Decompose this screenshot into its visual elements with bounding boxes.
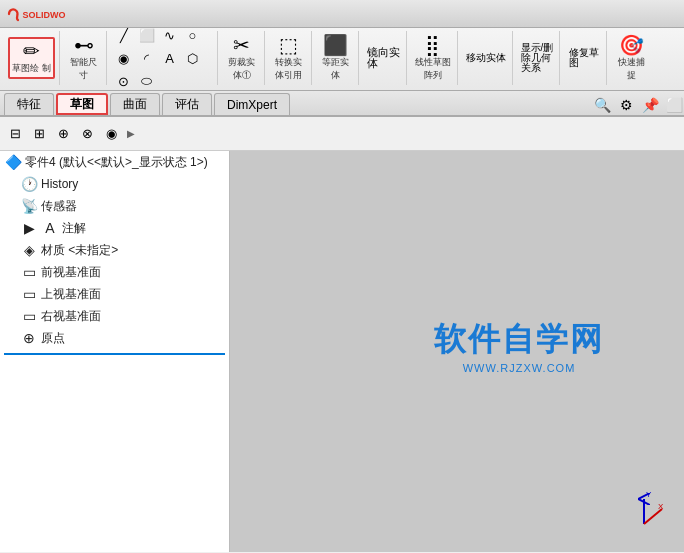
sec-btn4[interactable]: ⊗ <box>76 123 98 145</box>
tree-separator <box>4 353 225 355</box>
convert-button[interactable]: ⬚ 转换实体引用 <box>271 33 307 84</box>
tab-surface[interactable]: 曲面 <box>110 93 160 115</box>
material-label: 材质 <未指定> <box>41 242 118 259</box>
search-button[interactable]: 🔍 <box>592 95 612 115</box>
main-area: 🔷 零件4 (默认<<默认>_显示状态 1>) 🕐 History 📡 传感器 … <box>0 151 684 552</box>
sec-btn5[interactable]: ◉ <box>100 123 122 145</box>
rect-btn[interactable]: ⬜ <box>136 24 158 46</box>
repair-icon: 修复草图 <box>569 48 599 68</box>
tab-evaluate[interactable]: 评估 <box>162 93 212 115</box>
move-icon: 移动实体 <box>466 53 506 63</box>
tree-origin[interactable]: ⊕ 原点 <box>0 327 229 349</box>
polygon-btn[interactable]: ⬡ <box>182 47 204 69</box>
quick-snap-button[interactable]: 🎯 快速捕捉 <box>613 33 649 84</box>
linear-array-group: ⣿ 线性草图阵列 <box>409 31 458 85</box>
line-btn[interactable]: ╱ <box>113 24 135 46</box>
trim-button[interactable]: ✂ 剪裁实体① <box>224 33 260 84</box>
title-bar: SOLIDWORKS <box>0 0 684 28</box>
circle2-btn[interactable]: ⊙ <box>113 70 135 92</box>
tab-feature[interactable]: 特征 <box>4 93 54 115</box>
extrude-label: 等距实体 <box>322 56 349 82</box>
sensor-label: 传感器 <box>41 198 77 215</box>
watermark: 软件自学网 WWW.RJZXW.COM <box>434 318 604 374</box>
history-label: History <box>41 177 78 191</box>
origin-icon: ⊕ <box>20 329 38 347</box>
tab-feature-label: 特征 <box>17 96 41 113</box>
secondary-toolbar: ⊟ ⊞ ⊕ ⊗ ◉ ▶ <box>0 117 684 151</box>
search-bar: 🔍 ⚙ 📌 ⬜ <box>592 95 684 115</box>
tree-root[interactable]: 🔷 零件4 (默认<<默认>_显示状态 1>) <box>0 151 229 173</box>
sec-btn3[interactable]: ⊕ <box>52 123 74 145</box>
linear-array-button[interactable]: ⣿ 线性草图阵列 <box>413 33 453 84</box>
tree-right-plane[interactable]: ▭ 右视基准面 <box>0 305 229 327</box>
linear-array-label: 线性草图阵列 <box>415 56 451 82</box>
watermark-sub: WWW.RJZXW.COM <box>434 362 604 374</box>
show-hide-button[interactable]: 显示/删除几何关系 <box>519 41 556 75</box>
expand-button[interactable]: ⬜ <box>664 95 684 115</box>
sketch-draw-button[interactable]: ✏ 草图绘 制 <box>8 37 55 79</box>
trim-label: 剪裁实体① <box>228 56 255 82</box>
tree-front-plane[interactable]: ▭ 前视基准面 <box>0 261 229 283</box>
smart-dim-button[interactable]: ⊷ 智能尺寸 <box>66 33 102 84</box>
smart-dim-icon: ⊷ <box>74 35 94 55</box>
options-button[interactable]: ⚙ <box>616 95 636 115</box>
feature-tree-panel: 🔷 零件4 (默认<<默认>_显示状态 1>) 🕐 History 📡 传感器 … <box>0 151 230 552</box>
svg-line-2 <box>644 509 662 524</box>
tab-dimxpert[interactable]: DimXpert <box>214 93 290 115</box>
move-button[interactable]: 移动实体 <box>464 51 508 65</box>
filter-btn[interactable]: ⊟ <box>4 123 26 145</box>
nspline-btn[interactable]: ∿ <box>159 24 181 46</box>
tab-bar: 特征 草图 曲面 评估 DimXpert 🔍 ⚙ 📌 ⬜ <box>0 91 684 117</box>
mirror-button[interactable]: 镜向实体 <box>365 45 402 71</box>
right-plane-label: 右视基准面 <box>41 308 101 325</box>
top-plane-icon: ▭ <box>20 285 38 303</box>
smart-dim-label: 智能尺寸 <box>70 56 97 82</box>
sec-more-arrow[interactable]: ▶ <box>124 128 138 139</box>
front-plane-icon: ▭ <box>20 263 38 281</box>
show-hide-group: 显示/删除几何关系 <box>515 31 561 85</box>
svg-text:X: X <box>658 502 664 511</box>
show-hide-icon: 显示/删除几何关系 <box>521 43 554 73</box>
convert-group: ⬚ 转换实体引用 <box>267 31 312 85</box>
tree-top-plane[interactable]: ▭ 上视基准面 <box>0 283 229 305</box>
quick-snap-icon: 🎯 <box>619 35 644 55</box>
circle-btn[interactable]: ◉ <box>113 47 135 69</box>
extrude-group: ⬛ 等距实体 <box>314 31 359 85</box>
trim-icon: ✂ <box>233 35 250 55</box>
mirror-icon: 镜向实体 <box>367 47 400 69</box>
extrude-icon: ⬛ <box>323 35 348 55</box>
ellipse-btn[interactable]: ○ <box>182 24 204 46</box>
repair-button[interactable]: 修复草图 <box>566 46 602 70</box>
trim-group: ✂ 剪裁实体① <box>220 31 265 85</box>
canvas-area[interactable]: 软件自学网 WWW.RJZXW.COM Y X <box>230 151 684 552</box>
small-buttons: ╱ ⬜ ∿ ○ ◉ ◜ A ⬡ ⊙ ⬭ <box>113 24 213 92</box>
sketch-draw-label: 草图绘 制 <box>12 62 51 75</box>
tab-evaluate-label: 评估 <box>175 96 199 113</box>
tab-sketch-label: 草图 <box>70 96 94 113</box>
top-plane-label: 上视基准面 <box>41 286 101 303</box>
sensor-icon: 📡 <box>20 197 38 215</box>
tree-annotation[interactable]: ▶ A 注解 <box>0 217 229 239</box>
slot-btn[interactable]: ⬭ <box>136 70 158 92</box>
sec-btn2[interactable]: ⊞ <box>28 123 50 145</box>
linear-array-icon: ⣿ <box>425 35 440 55</box>
tab-dimxpert-label: DimXpert <box>227 98 277 112</box>
small-tools-group: ╱ ⬜ ∿ ○ ◉ ◜ A ⬡ ⊙ ⬭ <box>109 31 218 85</box>
tree-history[interactable]: 🕐 History <box>0 173 229 195</box>
tab-sketch[interactable]: 草图 <box>56 93 108 115</box>
text-btn[interactable]: A <box>159 47 181 69</box>
tree-material[interactable]: ◈ 材质 <未指定> <box>0 239 229 261</box>
quick-snap-group: 🎯 快速捕捉 <box>609 31 653 85</box>
main-toolbar: ✏ 草图绘 制 ⊷ 智能尺寸 ╱ ⬜ ∿ ○ ◉ ◜ A ⬡ ⊙ ⬭ <box>0 28 684 91</box>
arc-btn[interactable]: ◜ <box>136 47 158 69</box>
origin-label: 原点 <box>41 330 65 347</box>
tree-sensor[interactable]: 📡 传感器 <box>0 195 229 217</box>
sketch-group: ✏ 草图绘 制 <box>4 31 60 85</box>
mirror-group: 镜向实体 <box>361 31 407 85</box>
pin-button[interactable]: 📌 <box>640 95 660 115</box>
tree-root-label: 零件4 (默认<<默认>_显示状态 1>) <box>25 154 208 171</box>
svg-text:Y: Y <box>646 490 652 499</box>
watermark-main: 软件自学网 <box>434 318 604 362</box>
part-icon: 🔷 <box>4 153 22 171</box>
extrude-button[interactable]: ⬛ 等距实体 <box>318 33 354 84</box>
